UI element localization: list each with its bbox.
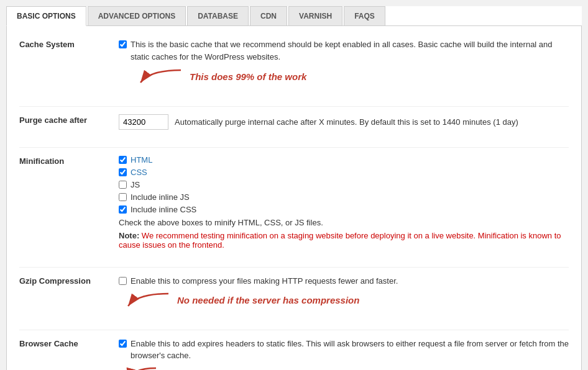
- gzip-annotation: No needed if the server has compression: [177, 295, 359, 305]
- minification-html-row: HTML: [119, 155, 569, 165]
- minification-js-row: JS: [119, 180, 569, 189]
- page-wrapper: BASIC OPTIONS ADVANCED OPTIONS DATABASE …: [0, 0, 588, 370]
- purge-cache-description: Automatically purge internal cache after…: [175, 117, 518, 127]
- cache-system-content: This is the basic cache that we recommen…: [119, 38, 569, 89]
- purge-cache-row: Purge cache after Automatically purge in…: [19, 114, 569, 136]
- tab-advanced-options[interactable]: ADVANCED OPTIONS: [88, 6, 186, 25]
- cache-system-annotation: This does 99% of the work: [190, 71, 306, 82]
- minification-inline-css-checkbox[interactable]: [119, 205, 127, 214]
- minification-inline-css-label: Include inline CSS: [131, 205, 196, 214]
- purge-cache-input[interactable]: [119, 114, 168, 130]
- minification-inline-css-row: Include inline CSS: [119, 205, 569, 214]
- browser-cache-description: Enable this to add expires headers to st…: [131, 338, 569, 362]
- tab-cdn[interactable]: CDN: [250, 6, 287, 25]
- minification-css-row: CSS: [119, 168, 569, 177]
- minification-html-label: HTML: [131, 155, 152, 165]
- browser-cache-row: Browser Cache Enable this to add expires…: [19, 338, 569, 371]
- tab-faqs[interactable]: FAQs: [344, 6, 385, 25]
- cache-system-description: This is the basic cache that we recommen…: [131, 38, 569, 63]
- gzip-checkbox[interactable]: [119, 277, 127, 285]
- cache-system-checkbox[interactable]: [119, 40, 127, 48]
- gzip-row: Gzip Compression Enable this to compress…: [19, 275, 569, 318]
- arrow-icon-1: [131, 64, 187, 89]
- purge-cache-content: Automatically purge internal cache after…: [119, 114, 569, 130]
- gzip-description: Enable this to compress your files makin…: [131, 275, 398, 287]
- gzip-content: Enable this to compress your files makin…: [119, 275, 569, 312]
- note-label: Note:: [119, 231, 139, 240]
- minification-note: Check the above boxes to minify HTML, CS…: [119, 218, 569, 227]
- minification-js-checkbox[interactable]: [119, 181, 127, 189]
- gzip-label: Gzip Compression: [19, 275, 119, 286]
- minification-row: Minification HTML CSS JS Include inline …: [19, 155, 569, 256]
- minification-js-label: JS: [131, 180, 140, 189]
- minification-css-label: CSS: [131, 168, 147, 177]
- browser-cache-checkbox[interactable]: [119, 340, 127, 348]
- arrow-icon-3: [119, 363, 162, 371]
- minification-note-warning: Note: We recommend testing minification …: [119, 231, 569, 250]
- tab-bar: BASIC OPTIONS ADVANCED OPTIONS DATABASE …: [6, 6, 582, 26]
- browser-cache-label: Browser Cache: [19, 338, 119, 348]
- cache-system-label: Cache System: [19, 38, 119, 49]
- tab-varnish[interactable]: VARNISH: [288, 6, 342, 25]
- purge-cache-label: Purge cache after: [19, 114, 119, 125]
- minification-content: HTML CSS JS Include inline JS Include in…: [119, 155, 569, 250]
- minification-css-checkbox[interactable]: [119, 168, 127, 176]
- note-red-text: We recommend testing minification on a s…: [119, 231, 561, 250]
- minification-inline-js-row: Include inline JS: [119, 192, 569, 202]
- minification-inline-js-checkbox[interactable]: [119, 193, 127, 201]
- minification-label: Minification: [19, 155, 119, 166]
- arrow-icon-2: [119, 289, 175, 312]
- tab-basic-options[interactable]: BASIC OPTIONS: [6, 6, 86, 26]
- panel-content: Cache System This is the basic cache tha…: [6, 26, 582, 370]
- minification-inline-js-label: Include inline JS: [131, 192, 190, 202]
- minification-html-checkbox[interactable]: [119, 156, 127, 164]
- tab-database[interactable]: DATABASE: [187, 6, 249, 25]
- browser-cache-content: Enable this to add expires headers to st…: [119, 338, 569, 371]
- cache-system-row: Cache System This is the basic cache tha…: [19, 38, 569, 95]
